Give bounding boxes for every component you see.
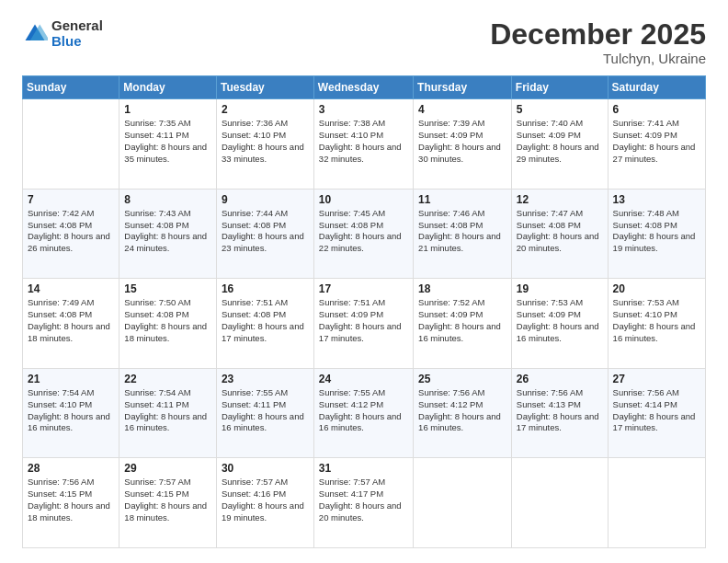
calendar-week-row: 21Sunrise: 7:54 AM Sunset: 4:10 PM Dayli… — [23, 368, 706, 458]
day-info: Sunrise: 7:41 AM Sunset: 4:09 PM Dayligh… — [613, 118, 700, 165]
day-info: Sunrise: 7:45 AM Sunset: 4:08 PM Dayligh… — [319, 208, 408, 255]
calendar-cell: 3Sunrise: 7:38 AM Sunset: 4:10 PM Daylig… — [313, 99, 413, 190]
day-number: 21 — [28, 373, 114, 385]
day-info: Sunrise: 7:51 AM Sunset: 4:08 PM Dayligh… — [222, 297, 309, 344]
day-info: Sunrise: 7:57 AM Sunset: 4:16 PM Dayligh… — [222, 477, 309, 523]
day-info: Sunrise: 7:56 AM Sunset: 4:15 PM Dayligh… — [28, 477, 114, 523]
logo-icon — [22, 21, 48, 47]
weekday-header: Saturday — [608, 76, 705, 99]
page: General Blue December 2025 Tulchyn, Ukra… — [0, 0, 728, 563]
calendar-cell: 1Sunrise: 7:35 AM Sunset: 4:11 PM Daylig… — [119, 99, 217, 190]
calendar-body: 1Sunrise: 7:35 AM Sunset: 4:11 PM Daylig… — [23, 99, 706, 548]
calendar-cell: 31Sunrise: 7:57 AM Sunset: 4:17 PM Dayli… — [313, 458, 413, 548]
day-info: Sunrise: 7:39 AM Sunset: 4:09 PM Dayligh… — [418, 118, 506, 165]
calendar-cell — [511, 458, 608, 548]
logo-blue: Blue — [51, 34, 103, 50]
calendar-cell — [414, 458, 512, 548]
day-number: 24 — [319, 373, 408, 385]
day-number: 27 — [613, 373, 700, 385]
calendar-cell: 17Sunrise: 7:51 AM Sunset: 4:09 PM Dayli… — [313, 279, 413, 369]
weekday-header: Wednesday — [313, 76, 413, 99]
day-number: 12 — [517, 193, 603, 206]
header: General Blue December 2025 Tulchyn, Ukra… — [22, 18, 706, 66]
calendar-cell: 29Sunrise: 7:57 AM Sunset: 4:15 PM Dayli… — [119, 458, 217, 548]
day-info: Sunrise: 7:46 AM Sunset: 4:08 PM Dayligh… — [418, 208, 506, 255]
weekday-header: Sunday — [23, 76, 119, 99]
day-number: 1 — [124, 103, 211, 116]
day-number: 6 — [613, 103, 700, 116]
calendar-cell: 25Sunrise: 7:56 AM Sunset: 4:12 PM Dayli… — [414, 368, 512, 458]
day-number: 10 — [319, 193, 408, 206]
day-number: 31 — [319, 462, 408, 475]
weekday-header: Thursday — [414, 76, 512, 99]
calendar-header-row: SundayMondayTuesdayWednesdayThursdayFrid… — [23, 76, 706, 99]
day-info: Sunrise: 7:55 AM Sunset: 4:11 PM Dayligh… — [222, 387, 309, 434]
calendar-table: SundayMondayTuesdayWednesdayThursdayFrid… — [22, 75, 706, 548]
day-number: 30 — [222, 462, 309, 475]
calendar-cell: 7Sunrise: 7:42 AM Sunset: 4:08 PM Daylig… — [23, 189, 119, 279]
location: Tulchyn, Ukraine — [490, 51, 706, 66]
day-number: 8 — [124, 193, 211, 206]
day-info: Sunrise: 7:57 AM Sunset: 4:17 PM Dayligh… — [319, 477, 408, 523]
calendar-cell: 19Sunrise: 7:53 AM Sunset: 4:09 PM Dayli… — [511, 279, 608, 369]
day-number: 23 — [222, 373, 309, 385]
calendar-cell: 4Sunrise: 7:39 AM Sunset: 4:09 PM Daylig… — [414, 99, 512, 190]
calendar-cell: 9Sunrise: 7:44 AM Sunset: 4:08 PM Daylig… — [216, 189, 313, 279]
weekday-header: Tuesday — [216, 76, 313, 99]
calendar-cell: 28Sunrise: 7:56 AM Sunset: 4:15 PM Dayli… — [23, 458, 119, 548]
day-number: 28 — [28, 462, 114, 475]
day-number: 17 — [319, 282, 408, 295]
calendar-cell: 10Sunrise: 7:45 AM Sunset: 4:08 PM Dayli… — [313, 189, 413, 279]
day-number: 22 — [124, 373, 211, 385]
calendar-cell: 26Sunrise: 7:56 AM Sunset: 4:13 PM Dayli… — [511, 368, 608, 458]
title-block: December 2025 Tulchyn, Ukraine — [490, 18, 706, 66]
day-number: 15 — [124, 282, 211, 295]
day-info: Sunrise: 7:51 AM Sunset: 4:09 PM Dayligh… — [319, 297, 408, 344]
calendar-cell: 20Sunrise: 7:53 AM Sunset: 4:10 PM Dayli… — [608, 279, 705, 369]
day-info: Sunrise: 7:40 AM Sunset: 4:09 PM Dayligh… — [517, 118, 603, 165]
logo-general: General — [51, 18, 103, 34]
day-number: 20 — [613, 282, 700, 295]
calendar-cell: 11Sunrise: 7:46 AM Sunset: 4:08 PM Dayli… — [414, 189, 512, 279]
day-number: 29 — [124, 462, 211, 475]
calendar-cell: 21Sunrise: 7:54 AM Sunset: 4:10 PM Dayli… — [23, 368, 119, 458]
calendar-week-row: 28Sunrise: 7:56 AM Sunset: 4:15 PM Dayli… — [23, 458, 706, 548]
day-info: Sunrise: 7:56 AM Sunset: 4:14 PM Dayligh… — [613, 387, 700, 434]
day-number: 2 — [222, 103, 309, 116]
calendar-cell: 14Sunrise: 7:49 AM Sunset: 4:08 PM Dayli… — [23, 279, 119, 369]
calendar-cell — [608, 458, 705, 548]
calendar-cell — [23, 99, 119, 190]
calendar-cell: 30Sunrise: 7:57 AM Sunset: 4:16 PM Dayli… — [216, 458, 313, 548]
day-info: Sunrise: 7:49 AM Sunset: 4:08 PM Dayligh… — [28, 297, 114, 344]
day-info: Sunrise: 7:53 AM Sunset: 4:10 PM Dayligh… — [613, 297, 700, 344]
day-info: Sunrise: 7:35 AM Sunset: 4:11 PM Dayligh… — [124, 118, 211, 165]
day-info: Sunrise: 7:47 AM Sunset: 4:08 PM Dayligh… — [517, 208, 603, 255]
calendar-cell: 16Sunrise: 7:51 AM Sunset: 4:08 PM Dayli… — [216, 279, 313, 369]
calendar-cell: 8Sunrise: 7:43 AM Sunset: 4:08 PM Daylig… — [119, 189, 217, 279]
day-number: 25 — [418, 373, 506, 385]
day-number: 9 — [222, 193, 309, 206]
day-number: 16 — [222, 282, 309, 295]
day-info: Sunrise: 7:57 AM Sunset: 4:15 PM Dayligh… — [124, 477, 211, 523]
day-info: Sunrise: 7:42 AM Sunset: 4:08 PM Dayligh… — [28, 208, 114, 255]
day-info: Sunrise: 7:43 AM Sunset: 4:08 PM Dayligh… — [124, 208, 211, 255]
month-title: December 2025 — [490, 18, 706, 51]
day-info: Sunrise: 7:44 AM Sunset: 4:08 PM Dayligh… — [222, 208, 309, 255]
day-number: 14 — [28, 282, 114, 295]
day-number: 13 — [613, 193, 700, 206]
day-info: Sunrise: 7:48 AM Sunset: 4:08 PM Dayligh… — [613, 208, 700, 255]
day-info: Sunrise: 7:55 AM Sunset: 4:12 PM Dayligh… — [319, 387, 408, 434]
day-info: Sunrise: 7:54 AM Sunset: 4:11 PM Dayligh… — [124, 387, 211, 434]
calendar-week-row: 1Sunrise: 7:35 AM Sunset: 4:11 PM Daylig… — [23, 99, 706, 190]
calendar-cell: 18Sunrise: 7:52 AM Sunset: 4:09 PM Dayli… — [414, 279, 512, 369]
weekday-header: Monday — [119, 76, 217, 99]
logo: General Blue — [22, 18, 103, 49]
day-info: Sunrise: 7:56 AM Sunset: 4:12 PM Dayligh… — [418, 387, 506, 434]
day-number: 26 — [517, 373, 603, 385]
day-number: 11 — [418, 193, 506, 206]
day-info: Sunrise: 7:36 AM Sunset: 4:10 PM Dayligh… — [222, 118, 309, 165]
day-info: Sunrise: 7:53 AM Sunset: 4:09 PM Dayligh… — [517, 297, 603, 344]
calendar-cell: 6Sunrise: 7:41 AM Sunset: 4:09 PM Daylig… — [608, 99, 705, 190]
calendar-week-row: 14Sunrise: 7:49 AM Sunset: 4:08 PM Dayli… — [23, 279, 706, 369]
calendar-cell: 12Sunrise: 7:47 AM Sunset: 4:08 PM Dayli… — [511, 189, 608, 279]
